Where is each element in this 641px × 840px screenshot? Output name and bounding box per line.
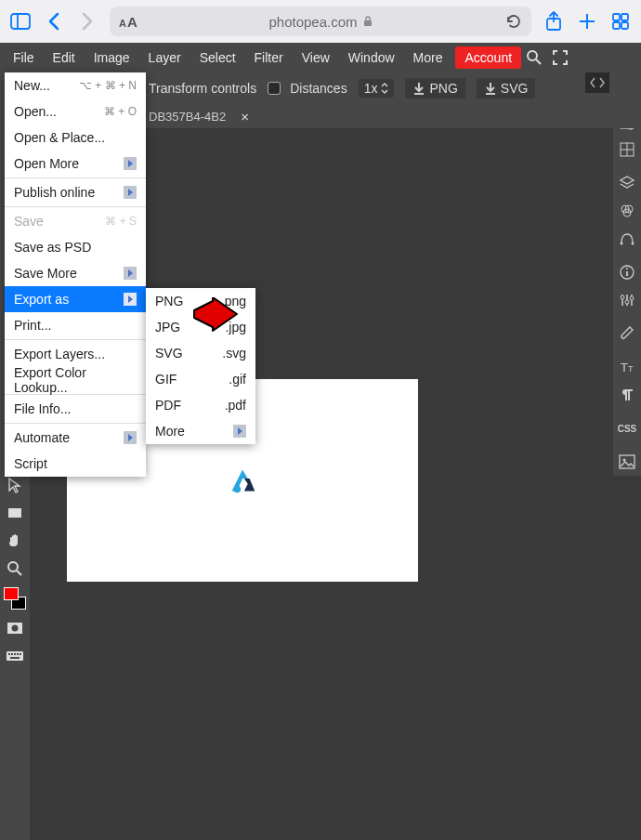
- keyboard-icon[interactable]: [2, 643, 28, 669]
- menu-select[interactable]: Select: [190, 43, 245, 72]
- menu-layer[interactable]: Layer: [139, 43, 190, 72]
- svg-rect-10: [621, 22, 628, 29]
- zoom-tool-icon[interactable]: [2, 556, 28, 582]
- file-menu-script[interactable]: Script: [5, 451, 146, 477]
- share-button[interactable]: [543, 10, 565, 33]
- brush-panel-icon[interactable]: [615, 322, 639, 346]
- menu-edit[interactable]: Edit: [44, 43, 85, 72]
- menu-account[interactable]: Account: [455, 46, 521, 69]
- quickmask-icon[interactable]: [2, 615, 28, 641]
- rectangle-tool-icon[interactable]: [2, 500, 28, 526]
- svg-rect-26: [14, 653, 16, 655]
- file-menu-save-more[interactable]: Save More: [5, 260, 146, 286]
- export-png[interactable]: PNG.png: [146, 288, 255, 314]
- new-tab-button[interactable]: [576, 10, 598, 33]
- file-menu-file-info[interactable]: File Info...: [5, 396, 146, 422]
- distances-checkbox[interactable]: [268, 82, 281, 95]
- save-png-button[interactable]: PNG: [405, 78, 464, 98]
- paths-panel-icon[interactable]: [615, 227, 639, 251]
- download-icon: [412, 82, 425, 95]
- character-panel-icon[interactable]: TT: [615, 355, 639, 379]
- submenu-indicator-icon: [124, 157, 137, 170]
- reload-button[interactable]: [505, 13, 522, 30]
- foreground-color-swatch[interactable]: [4, 587, 19, 600]
- right-toolbar: TT CSS: [613, 104, 641, 476]
- export-pdf[interactable]: PDF.pdf: [146, 392, 255, 418]
- distances-label: Distances: [290, 81, 347, 96]
- info-panel-icon[interactable]: [615, 260, 639, 284]
- file-menu-print[interactable]: Print...: [5, 312, 146, 338]
- hand-tool-icon[interactable]: [2, 528, 28, 554]
- file-dropdown-menu: New...⌥ + ⌘ + N Open...⌘ + O Open & Plac…: [5, 72, 146, 477]
- svg-point-11: [528, 51, 537, 60]
- fullscreen-icon[interactable]: [547, 43, 573, 72]
- save-svg-button[interactable]: SVG: [477, 78, 536, 98]
- svg-point-41: [621, 243, 623, 245]
- file-menu-open-place[interactable]: Open & Place...: [5, 125, 146, 151]
- svg-point-45: [626, 268, 628, 269]
- menu-filter[interactable]: Filter: [245, 43, 293, 72]
- menu-view[interactable]: View: [293, 43, 339, 72]
- browser-toolbar: AA photopea.com: [0, 0, 641, 43]
- submenu-indicator-icon: [124, 267, 137, 280]
- png-label: PNG: [429, 81, 457, 96]
- file-tab[interactable]: DB357B4-4B2 ×: [149, 109, 255, 125]
- image-panel-icon[interactable]: [615, 450, 639, 474]
- svg-text:T: T: [621, 361, 628, 374]
- back-button[interactable]: [43, 10, 65, 33]
- layers-panel-icon[interactable]: [615, 171, 639, 195]
- forward-button: [76, 10, 98, 33]
- svg-point-50: [625, 300, 629, 304]
- sidebar-toggle-icon[interactable]: [9, 10, 32, 33]
- channels-panel-icon[interactable]: [615, 199, 639, 223]
- export-gif[interactable]: GIF.gif: [146, 366, 255, 392]
- css-panel-icon[interactable]: CSS: [615, 416, 639, 440]
- address-bar[interactable]: AA photopea.com: [110, 7, 531, 36]
- app-menubar: File Edit Image Layer Select Filter View…: [0, 43, 641, 72]
- svg-point-42: [632, 243, 634, 245]
- paragraph-panel-icon[interactable]: [615, 383, 639, 407]
- svg-label: SVG: [501, 81, 529, 96]
- svg-line-20: [17, 571, 21, 575]
- text-size-button[interactable]: AA: [119, 14, 137, 30]
- file-menu-open-more[interactable]: Open More: [5, 151, 146, 177]
- file-menu-export-color-lookup[interactable]: Export Color Lookup...: [5, 367, 146, 393]
- close-tab-button[interactable]: ×: [235, 109, 255, 125]
- menu-window[interactable]: Window: [339, 43, 404, 72]
- file-menu-new[interactable]: New...⌥ + ⌘ + N: [5, 72, 146, 98]
- svg-text:T: T: [628, 364, 634, 374]
- export-jpg[interactable]: JPG.jpg: [146, 314, 255, 340]
- svg-rect-28: [20, 653, 21, 655]
- file-menu-save-psd[interactable]: Save as PSD: [5, 234, 146, 260]
- file-menu-export-as[interactable]: Export as: [5, 286, 146, 312]
- file-menu-export-layers[interactable]: Export Layers...: [5, 341, 146, 367]
- svg-point-49: [621, 295, 624, 299]
- svg-rect-0: [11, 14, 30, 29]
- svg-rect-18: [8, 508, 21, 518]
- code-icon[interactable]: [585, 72, 609, 93]
- file-menu-save: Save⌘ + S: [5, 208, 146, 234]
- svg-point-51: [630, 296, 634, 300]
- download-icon: [484, 82, 497, 95]
- zoom-selector[interactable]: 1x: [359, 79, 395, 98]
- search-icon[interactable]: [521, 43, 547, 72]
- transform-controls-label: Transform controls: [149, 81, 256, 96]
- adjustments-panel-icon[interactable]: [615, 288, 639, 312]
- menu-file[interactable]: File: [4, 43, 44, 72]
- svg-rect-27: [17, 653, 19, 655]
- svg-rect-7: [613, 14, 620, 20]
- file-menu-open[interactable]: Open...⌘ + O: [5, 98, 146, 125]
- export-more[interactable]: More: [146, 418, 255, 444]
- canvas-content-logo: [225, 463, 260, 498]
- swatches-panel-icon[interactable]: [615, 138, 639, 162]
- submenu-indicator-icon: [233, 425, 246, 438]
- file-menu-automate[interactable]: Automate: [5, 425, 146, 451]
- menu-image[interactable]: Image: [85, 43, 139, 72]
- menu-more[interactable]: More: [404, 43, 452, 72]
- file-menu-publish[interactable]: Publish online: [5, 179, 146, 205]
- file-tab-label: DB357B4-4B2: [149, 110, 226, 124]
- color-picker[interactable]: [2, 587, 28, 610]
- stepper-icon: [381, 83, 388, 94]
- tabs-overview-button[interactable]: [609, 10, 632, 33]
- export-svg[interactable]: SVG.svg: [146, 340, 255, 366]
